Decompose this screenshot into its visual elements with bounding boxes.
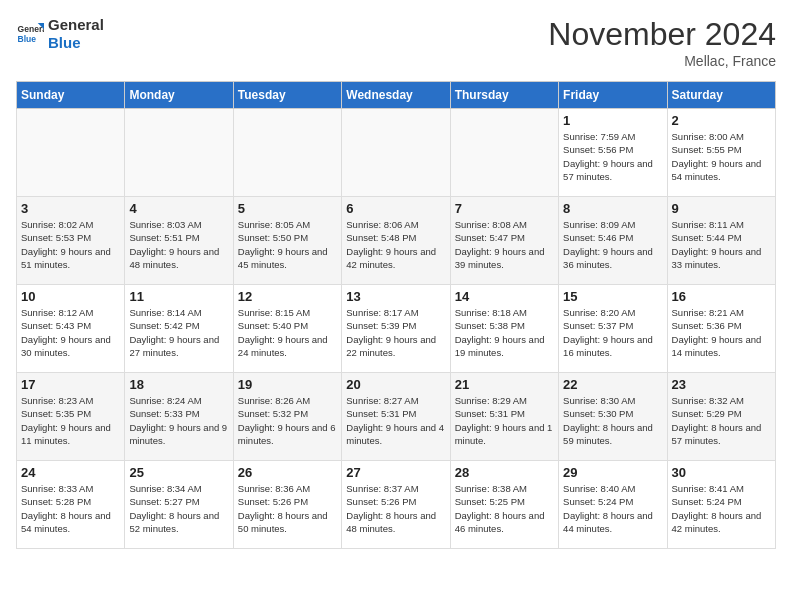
calendar-cell: 24Sunrise: 8:33 AMSunset: 5:28 PMDayligh…	[17, 461, 125, 549]
day-info: Sunrise: 8:18 AMSunset: 5:38 PMDaylight:…	[455, 306, 554, 359]
day-info: Sunrise: 8:14 AMSunset: 5:42 PMDaylight:…	[129, 306, 228, 359]
calendar-cell: 15Sunrise: 8:20 AMSunset: 5:37 PMDayligh…	[559, 285, 667, 373]
day-info: Sunrise: 8:09 AMSunset: 5:46 PMDaylight:…	[563, 218, 662, 271]
day-info: Sunrise: 8:17 AMSunset: 5:39 PMDaylight:…	[346, 306, 445, 359]
calendar-cell: 6Sunrise: 8:06 AMSunset: 5:48 PMDaylight…	[342, 197, 450, 285]
day-number: 2	[672, 113, 771, 128]
day-info: Sunrise: 8:36 AMSunset: 5:26 PMDaylight:…	[238, 482, 337, 535]
calendar-body: 1Sunrise: 7:59 AMSunset: 5:56 PMDaylight…	[17, 109, 776, 549]
day-number: 29	[563, 465, 662, 480]
day-number: 20	[346, 377, 445, 392]
day-number: 19	[238, 377, 337, 392]
day-info: Sunrise: 8:24 AMSunset: 5:33 PMDaylight:…	[129, 394, 228, 447]
day-number: 5	[238, 201, 337, 216]
day-number: 27	[346, 465, 445, 480]
day-info: Sunrise: 8:41 AMSunset: 5:24 PMDaylight:…	[672, 482, 771, 535]
week-row-3: 17Sunrise: 8:23 AMSunset: 5:35 PMDayligh…	[17, 373, 776, 461]
day-info: Sunrise: 8:33 AMSunset: 5:28 PMDaylight:…	[21, 482, 120, 535]
calendar-cell: 21Sunrise: 8:29 AMSunset: 5:31 PMDayligh…	[450, 373, 558, 461]
calendar-cell: 2Sunrise: 8:00 AMSunset: 5:55 PMDaylight…	[667, 109, 775, 197]
day-number: 23	[672, 377, 771, 392]
day-number: 17	[21, 377, 120, 392]
calendar-cell: 27Sunrise: 8:37 AMSunset: 5:26 PMDayligh…	[342, 461, 450, 549]
week-row-4: 24Sunrise: 8:33 AMSunset: 5:28 PMDayligh…	[17, 461, 776, 549]
day-number: 21	[455, 377, 554, 392]
day-info: Sunrise: 8:00 AMSunset: 5:55 PMDaylight:…	[672, 130, 771, 183]
day-info: Sunrise: 8:37 AMSunset: 5:26 PMDaylight:…	[346, 482, 445, 535]
day-number: 26	[238, 465, 337, 480]
day-number: 28	[455, 465, 554, 480]
header-cell-tuesday: Tuesday	[233, 82, 341, 109]
day-info: Sunrise: 8:38 AMSunset: 5:25 PMDaylight:…	[455, 482, 554, 535]
day-info: Sunrise: 8:03 AMSunset: 5:51 PMDaylight:…	[129, 218, 228, 271]
logo-line2: Blue	[48, 34, 104, 52]
svg-text:Blue: Blue	[18, 34, 37, 44]
day-info: Sunrise: 8:27 AMSunset: 5:31 PMDaylight:…	[346, 394, 445, 447]
header-cell-sunday: Sunday	[17, 82, 125, 109]
day-info: Sunrise: 8:21 AMSunset: 5:36 PMDaylight:…	[672, 306, 771, 359]
calendar-cell: 13Sunrise: 8:17 AMSunset: 5:39 PMDayligh…	[342, 285, 450, 373]
location: Mellac, France	[548, 53, 776, 69]
day-number: 9	[672, 201, 771, 216]
day-number: 1	[563, 113, 662, 128]
calendar-cell: 10Sunrise: 8:12 AMSunset: 5:43 PMDayligh…	[17, 285, 125, 373]
calendar-cell: 1Sunrise: 7:59 AMSunset: 5:56 PMDaylight…	[559, 109, 667, 197]
day-number: 16	[672, 289, 771, 304]
calendar-cell	[233, 109, 341, 197]
week-row-1: 3Sunrise: 8:02 AMSunset: 5:53 PMDaylight…	[17, 197, 776, 285]
calendar-cell: 8Sunrise: 8:09 AMSunset: 5:46 PMDaylight…	[559, 197, 667, 285]
header-cell-monday: Monday	[125, 82, 233, 109]
day-number: 25	[129, 465, 228, 480]
week-row-2: 10Sunrise: 8:12 AMSunset: 5:43 PMDayligh…	[17, 285, 776, 373]
calendar-cell: 5Sunrise: 8:05 AMSunset: 5:50 PMDaylight…	[233, 197, 341, 285]
day-number: 10	[21, 289, 120, 304]
calendar-cell: 7Sunrise: 8:08 AMSunset: 5:47 PMDaylight…	[450, 197, 558, 285]
day-number: 7	[455, 201, 554, 216]
day-info: Sunrise: 8:05 AMSunset: 5:50 PMDaylight:…	[238, 218, 337, 271]
calendar-cell: 20Sunrise: 8:27 AMSunset: 5:31 PMDayligh…	[342, 373, 450, 461]
day-info: Sunrise: 8:12 AMSunset: 5:43 PMDaylight:…	[21, 306, 120, 359]
header-cell-wednesday: Wednesday	[342, 82, 450, 109]
header-row: SundayMondayTuesdayWednesdayThursdayFrid…	[17, 82, 776, 109]
day-number: 24	[21, 465, 120, 480]
calendar-cell: 9Sunrise: 8:11 AMSunset: 5:44 PMDaylight…	[667, 197, 775, 285]
logo-line1: General	[48, 16, 104, 34]
calendar-cell: 18Sunrise: 8:24 AMSunset: 5:33 PMDayligh…	[125, 373, 233, 461]
day-info: Sunrise: 8:40 AMSunset: 5:24 PMDaylight:…	[563, 482, 662, 535]
calendar-cell	[17, 109, 125, 197]
calendar-cell: 11Sunrise: 8:14 AMSunset: 5:42 PMDayligh…	[125, 285, 233, 373]
day-number: 3	[21, 201, 120, 216]
day-number: 18	[129, 377, 228, 392]
day-info: Sunrise: 7:59 AMSunset: 5:56 PMDaylight:…	[563, 130, 662, 183]
day-info: Sunrise: 8:11 AMSunset: 5:44 PMDaylight:…	[672, 218, 771, 271]
calendar-cell	[450, 109, 558, 197]
day-info: Sunrise: 8:02 AMSunset: 5:53 PMDaylight:…	[21, 218, 120, 271]
day-info: Sunrise: 8:26 AMSunset: 5:32 PMDaylight:…	[238, 394, 337, 447]
day-info: Sunrise: 8:23 AMSunset: 5:35 PMDaylight:…	[21, 394, 120, 447]
day-number: 15	[563, 289, 662, 304]
header-cell-friday: Friday	[559, 82, 667, 109]
day-number: 30	[672, 465, 771, 480]
header-cell-thursday: Thursday	[450, 82, 558, 109]
calendar-cell: 19Sunrise: 8:26 AMSunset: 5:32 PMDayligh…	[233, 373, 341, 461]
day-number: 8	[563, 201, 662, 216]
day-info: Sunrise: 8:15 AMSunset: 5:40 PMDaylight:…	[238, 306, 337, 359]
day-info: Sunrise: 8:29 AMSunset: 5:31 PMDaylight:…	[455, 394, 554, 447]
day-info: Sunrise: 8:32 AMSunset: 5:29 PMDaylight:…	[672, 394, 771, 447]
header-cell-saturday: Saturday	[667, 82, 775, 109]
calendar-header: SundayMondayTuesdayWednesdayThursdayFrid…	[17, 82, 776, 109]
calendar-cell: 23Sunrise: 8:32 AMSunset: 5:29 PMDayligh…	[667, 373, 775, 461]
calendar-cell: 30Sunrise: 8:41 AMSunset: 5:24 PMDayligh…	[667, 461, 775, 549]
logo-icon: General Blue	[16, 20, 44, 48]
calendar-cell: 4Sunrise: 8:03 AMSunset: 5:51 PMDaylight…	[125, 197, 233, 285]
day-number: 22	[563, 377, 662, 392]
title-area: November 2024 Mellac, France	[548, 16, 776, 69]
week-row-0: 1Sunrise: 7:59 AMSunset: 5:56 PMDaylight…	[17, 109, 776, 197]
calendar-cell: 29Sunrise: 8:40 AMSunset: 5:24 PMDayligh…	[559, 461, 667, 549]
calendar-cell: 16Sunrise: 8:21 AMSunset: 5:36 PMDayligh…	[667, 285, 775, 373]
day-number: 4	[129, 201, 228, 216]
calendar-table: SundayMondayTuesdayWednesdayThursdayFrid…	[16, 81, 776, 549]
calendar-cell: 14Sunrise: 8:18 AMSunset: 5:38 PMDayligh…	[450, 285, 558, 373]
calendar-cell: 22Sunrise: 8:30 AMSunset: 5:30 PMDayligh…	[559, 373, 667, 461]
day-number: 12	[238, 289, 337, 304]
